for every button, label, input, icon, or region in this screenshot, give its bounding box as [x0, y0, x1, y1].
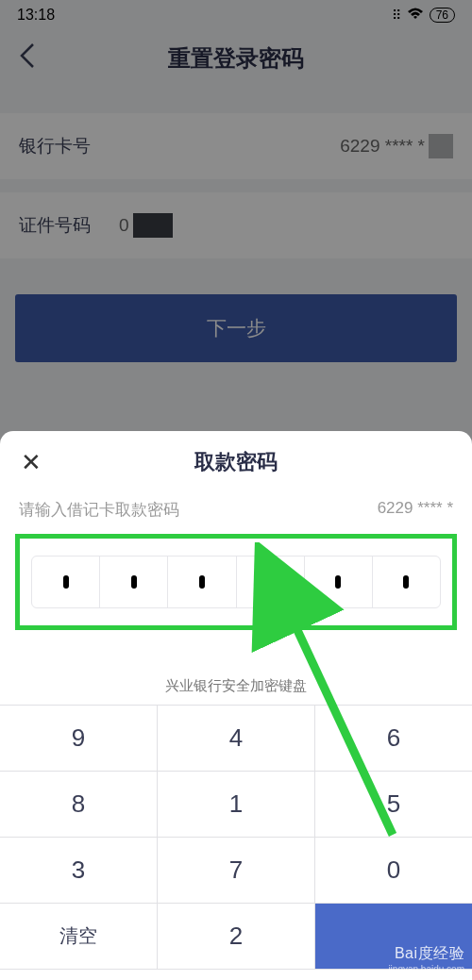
pin-digit-6 [373, 556, 440, 607]
pin-digit-5 [305, 556, 373, 607]
key-0[interactable]: 0 [315, 838, 472, 904]
watermark-brand: Bai度经验 [388, 944, 464, 964]
key-7[interactable]: 7 [158, 838, 315, 904]
keyboard-label: 兴业银行安全加密键盘 [0, 677, 472, 695]
key-3[interactable]: 3 [0, 838, 158, 904]
key-9[interactable]: 9 [0, 706, 158, 772]
card-masked: 6229 **** * [378, 499, 453, 521]
close-icon[interactable]: ✕ [21, 448, 42, 477]
pin-digit-4 [237, 556, 305, 607]
pin-modal: ✕ 取款密码 请输入借记卡取款密码 6229 **** * 兴业银行安全加密键盘… [0, 431, 472, 980]
key-4[interactable]: 4 [158, 706, 315, 772]
watermark-url: jingyan.baidu.com [388, 964, 464, 974]
watermark: Bai度经验 jingyan.baidu.com [388, 944, 464, 974]
secure-keyboard: 9 4 6 8 1 5 3 7 0 清空 2 [0, 705, 472, 970]
modal-header: ✕ 取款密码 [0, 431, 472, 488]
modal-title: 取款密码 [19, 448, 453, 476]
key-1[interactable]: 1 [158, 772, 315, 838]
pin-input[interactable] [31, 556, 441, 608]
modal-subheader: 请输入借记卡取款密码 6229 **** * [0, 488, 472, 524]
key-8[interactable]: 8 [0, 772, 158, 838]
key-clear[interactable]: 清空 [0, 904, 158, 970]
pin-hint: 请输入借记卡取款密码 [19, 499, 179, 521]
key-6[interactable]: 6 [315, 706, 472, 772]
pin-digit-2 [100, 556, 168, 607]
key-5[interactable]: 5 [315, 772, 472, 838]
pin-digit-3 [168, 556, 236, 607]
pin-digit-1 [32, 556, 100, 607]
pin-highlight-box [15, 534, 457, 630]
key-2[interactable]: 2 [158, 904, 315, 970]
